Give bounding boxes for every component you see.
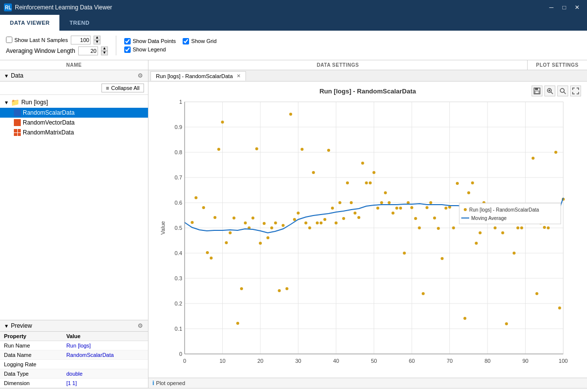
svg-point-82 [293,218,296,221]
tree-item-random-matrix[interactable]: RandomMatrixData [0,128,148,137]
svg-text:0: 0 [183,358,186,364]
show-last-n-checkbox[interactable] [6,37,12,43]
column-headers: NAME DATA SETTINGS PLOT SETTINGS [0,60,587,70]
preview-section-settings[interactable]: ⚙ [137,322,144,329]
svg-point-75 [266,236,269,239]
chart-tab-random-scalar[interactable]: Run [logs] - RandomScalarData ✕ [150,71,246,81]
last-n-down[interactable]: ▼ [94,40,100,44]
svg-point-121 [440,257,443,260]
show-legend-checkbox[interactable] [124,46,131,53]
status-bar: i Plot opened [148,378,587,388]
data-settings-header: DATA SETTINGS [317,62,359,68]
val-logging-rate [62,360,148,369]
svg-text:0.3: 0.3 [175,275,182,281]
svg-point-103 [373,171,376,174]
tab-data-viewer[interactable]: DATA VIEWER [0,15,59,31]
window-title: Reinforcement Learning Data Viewer [15,4,112,11]
collapse-all-button[interactable]: ≡ Collapse All [101,84,144,92]
preview-col-value: Value [62,332,148,341]
svg-point-118 [429,201,432,204]
svg-point-71 [251,217,254,219]
svg-point-152 [558,306,561,309]
chart-tab-close[interactable]: ✕ [237,73,241,79]
tree-item-random-vector[interactable]: RandomVectorData [0,118,148,128]
pan-button[interactable] [557,86,568,96]
svg-point-109 [395,207,398,210]
preview-collapse-icon[interactable]: ▼ [4,323,9,329]
svg-point-111 [403,252,406,255]
svg-point-80 [286,287,289,290]
svg-point-151 [554,151,557,154]
svg-point-88 [316,221,319,224]
avg-window-input[interactable] [78,46,98,55]
svg-point-149 [547,226,550,229]
prop-run-name: Run Name [0,341,62,350]
svg-rect-4 [535,91,539,93]
svg-point-148 [543,226,546,229]
svg-point-57 [195,196,197,199]
show-grid-checkbox-item: Show Grid [183,38,216,44]
data-section-title: Data [11,72,23,79]
svg-point-117 [426,206,429,209]
svg-point-68 [240,287,243,290]
svg-point-142 [520,226,523,229]
svg-point-137 [501,231,504,234]
tree-folder-run-logs[interactable]: ▼ 📁 Run [logs] [0,97,148,108]
preview-row-logging-rate: Logging Rate [0,360,148,369]
save-chart-button[interactable] [532,86,542,96]
svg-point-124 [452,226,455,229]
show-grid-label: Show Grid [191,38,216,44]
collapse-all-icon: ≡ [106,85,109,91]
minimize-button[interactable]: ─ [545,2,557,12]
zoom-in-button[interactable] [544,86,555,96]
data-section-settings[interactable]: ⚙ [137,72,144,79]
chart-svg: 0 0.1 0.2 0.3 0.4 0.5 0.6 0.7 0.8 0.9 1 … [157,97,577,374]
avg-down[interactable]: ▼ [101,51,108,55]
data-toolbar: ≡ Collapse All [0,82,148,95]
tree-item-random-scalar[interactable]: RandomScalarData [0,108,148,118]
svg-point-116 [422,292,425,295]
svg-point-138 [505,322,508,325]
svg-line-10 [564,92,566,94]
last-n-input[interactable] [71,36,91,44]
preview-row-data-type: Data Type double [0,369,148,379]
svg-point-128 [467,191,470,194]
svg-point-141 [516,226,519,229]
maximize-button[interactable]: □ [558,2,570,12]
svg-point-102 [369,181,372,184]
svg-text:0.1: 0.1 [175,326,182,332]
val-dimension: [1 1] [62,379,148,388]
preview-row-data-name: Data Name RandomScalarData [0,350,148,360]
tab-bar: DATA VIEWER TREND [0,15,587,31]
svg-point-64 [225,241,228,244]
matrix-grid-icon [14,129,21,136]
svg-text:60: 60 [409,358,415,364]
show-data-points-checkbox-item: Show Data Points [124,38,176,44]
close-button[interactable]: ✕ [571,2,583,12]
save-icon [534,87,540,94]
svg-text:0.5: 0.5 [175,225,182,231]
svg-point-105 [380,201,383,204]
left-panel: ▼ Data ⚙ ≡ Collapse All ▼ 📁 Run [logs] R… [0,70,148,388]
svg-point-59 [206,251,209,254]
fit-icon [572,87,579,94]
svg-line-6 [551,92,553,94]
svg-point-130 [475,242,478,245]
val-data-name: RandomScalarData [62,350,148,360]
svg-point-93 [335,221,338,224]
svg-point-86 [308,226,311,229]
main-content: ▼ Data ⚙ ≡ Collapse All ▼ 📁 Run [logs] R… [0,70,587,388]
y-axis-label: Value [160,221,166,234]
scalar-color-box [14,109,21,116]
show-data-points-checkbox[interactable] [124,38,131,44]
svg-point-131 [479,231,482,234]
zoom-in-icon [546,87,553,94]
fit-button[interactable] [570,86,581,96]
show-grid-checkbox[interactable] [183,38,189,44]
data-collapse-icon[interactable]: ▼ [4,73,9,79]
tab-trend[interactable]: TREND [59,15,99,31]
svg-point-101 [365,181,368,184]
svg-point-104 [376,207,379,210]
toolbar: Show Last N Samples ▲ ▼ Averaging Window… [0,31,587,60]
svg-point-58 [202,206,205,209]
